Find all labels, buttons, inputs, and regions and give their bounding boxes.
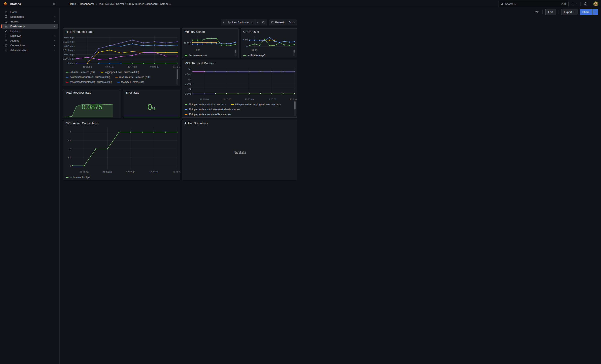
legend-item[interactable]: - (streamable-http) (66, 176, 90, 179)
sidebar-item-label: Alerting (10, 39, 51, 42)
svg-text:12:26:00: 12:26:00 (105, 66, 114, 68)
legend-scrollbar[interactable] (293, 49, 295, 56)
legend-scrollbar[interactable] (294, 101, 296, 117)
scrollbar-thumb[interactable] (294, 101, 296, 110)
legend-item[interactable]: resources/list - success (200) (115, 76, 150, 79)
legend-item[interactable]: 95th percentile - notifications/initiali… (185, 108, 240, 111)
chevron-down-icon[interactable] (53, 39, 56, 42)
svg-text:4.50 s: 4.50 s (185, 73, 191, 75)
refresh-interval-picker[interactable]: 5s (287, 19, 297, 25)
legend-swatch (185, 55, 187, 56)
svg-text:0.005 req/s: 0.005 req/s (63, 58, 75, 60)
sidebar-item-connections[interactable]: Connections (2, 43, 58, 48)
legend-item[interactable]: tools/list - success (200) (101, 86, 131, 86)
panel-title[interactable]: MCP Active Connections (63, 120, 180, 125)
sidebar-item-label: Dashboards (10, 25, 51, 28)
legend-item[interactable]: fetch-telemetry-0 (243, 54, 265, 57)
legend-row: tools/call - success (200)tools/list - s… (66, 84, 180, 86)
stat-body: 0% (123, 95, 180, 118)
panel-error-rate: Error Rate 0% (123, 89, 180, 118)
mcp-active-connections-chart: 32.521.5112:25:0012:26:0012:27:0012:28:0… (63, 125, 180, 174)
drilldown-icon (4, 34, 8, 37)
panel-title[interactable]: Memory Usage (182, 29, 239, 34)
legend-row: fetch-telemetry-0 (243, 53, 297, 58)
legend-label: fetch-telemetry-0 (189, 54, 207, 57)
panel-title[interactable]: CPU Usage (241, 29, 297, 34)
svg-text:0.2%: 0.2% (243, 39, 248, 41)
breadcrumb-home[interactable]: Home (69, 2, 76, 5)
chart-canvas: 5 s4.50 s4 s3.50 s3 s2.50 s12:25:0012:26… (182, 65, 297, 101)
legend-item[interactable]: notifications/initialized - success (202… (66, 76, 110, 79)
brand-area: Grafana (0, 1, 60, 7)
scrollbar-thumb[interactable] (235, 50, 236, 53)
sidebar-item-home[interactable]: Home (2, 10, 58, 14)
svg-text:12:26:00: 12:26:00 (222, 98, 231, 100)
chevron-down-icon[interactable] (53, 16, 56, 18)
svg-text:2: 2 (70, 148, 71, 150)
sidebar-nav: HomeBookmarksStarredDashboardsExploreDri… (0, 8, 60, 182)
legend-scrollbar[interactable] (234, 49, 237, 56)
chevron-down-icon[interactable] (53, 49, 56, 51)
grafana-logo-icon[interactable] (3, 1, 8, 6)
legend-item[interactable]: 95th percentile - resources/list - succe… (185, 113, 231, 116)
zoom-out-button[interactable] (260, 19, 267, 25)
sidebar-item-bookmarks[interactable]: Bookmarks (2, 14, 58, 19)
scrollbar-thumb[interactable] (293, 50, 295, 53)
svg-text:12:25:00: 12:25:00 (200, 98, 209, 100)
legend-item[interactable]: fetch-telemetry-0 (185, 54, 207, 57)
stat-unit: % (152, 107, 155, 111)
svg-text:12:29:00: 12:29:00 (173, 66, 180, 68)
chevron-down-icon (251, 21, 253, 23)
legend-row: 95th percentile - resources/templates/li… (185, 117, 297, 118)
connections-legend: - (streamable-http) (63, 174, 180, 180)
legend-item[interactable]: resources/templates/list - success (200) (66, 81, 112, 83)
legend-item[interactable]: 95th percentile - logging/setLevel - suc… (231, 103, 281, 106)
svg-text:12:26:00: 12:26:00 (103, 171, 112, 173)
svg-text:3 s: 3 s (188, 88, 191, 90)
sidebar-item-administration[interactable]: Administration (2, 48, 58, 52)
legend-item[interactable]: initialize - success (200) (66, 71, 95, 74)
time-shift-back-button[interactable]: ‹ (221, 19, 226, 25)
svg-text:3.50 s: 3.50 s (185, 83, 191, 85)
time-range-picker[interactable]: Last 5 minutes (226, 19, 255, 25)
chevron-down-icon[interactable] (53, 35, 56, 37)
sidebar-toggle-icon[interactable] (52, 1, 57, 7)
sidebar-item-explore[interactable]: Explore (2, 29, 58, 33)
legend-swatch (117, 82, 120, 82)
chevron-down-icon[interactable] (53, 20, 56, 23)
sidebar-item-drilldown[interactable]: Drilldown (2, 33, 58, 38)
svg-text:2.50 s: 2.50 s (185, 93, 191, 95)
legend-item[interactable]: 95th percentile - initialize - success (185, 103, 226, 106)
panel-title[interactable]: Error Rate (123, 89, 180, 95)
refresh-button[interactable]: Refresh (269, 19, 287, 25)
legend-item[interactable]: logging/setLevel - success (200) (100, 71, 139, 74)
legend-scrollbar[interactable] (176, 69, 178, 85)
panel-title[interactable]: Total Request Rate (63, 89, 121, 95)
legend-swatch (100, 72, 103, 72)
duration-legend: 95th percentile - initialize - success95… (182, 101, 297, 118)
sidebar-item-dashboards[interactable]: Dashboards (2, 24, 58, 29)
legend-item[interactable]: tools/call - success (200) (66, 86, 96, 86)
svg-text:0.02 req/s: 0.02 req/s (64, 45, 75, 47)
legend-item[interactable]: unknown - success (200) (136, 86, 167, 86)
breadcrumb-separator: › (78, 2, 78, 5)
legend-label: 95th percentile - logging/setLevel - suc… (235, 103, 281, 106)
legend-swatch (185, 114, 187, 115)
panel-title[interactable]: HTTP Request Rate (63, 29, 180, 34)
panel-title[interactable]: Active Goroutines (182, 120, 297, 125)
scrollbar-thumb[interactable] (177, 69, 178, 79)
time-shift-forward-button[interactable]: › (255, 19, 260, 25)
time-range-group: ‹ Last 5 minutes › (221, 19, 267, 25)
legend-swatch (66, 82, 69, 82)
legend-item[interactable]: tools/call - error (404) (117, 81, 144, 83)
chevron-down-icon[interactable] (53, 44, 56, 47)
panel-total-request-rate: Total Request Rate 0.0875 (63, 89, 121, 118)
panel-title[interactable]: MCP Request Duration (182, 60, 297, 65)
chevron-down-icon[interactable] (53, 25, 56, 27)
svg-text:2.5: 2.5 (68, 139, 71, 142)
breadcrumb-current-dashboard: ToolHive MCP Server & Proxy Runner Dashb… (99, 2, 171, 5)
sidebar-item-alerting[interactable]: Alerting (2, 38, 58, 43)
svg-text:12:29:00: 12:29:00 (173, 171, 180, 173)
breadcrumb-dashboards[interactable]: Dashboards (80, 2, 94, 5)
sidebar-item-starred[interactable]: Starred (2, 19, 58, 24)
